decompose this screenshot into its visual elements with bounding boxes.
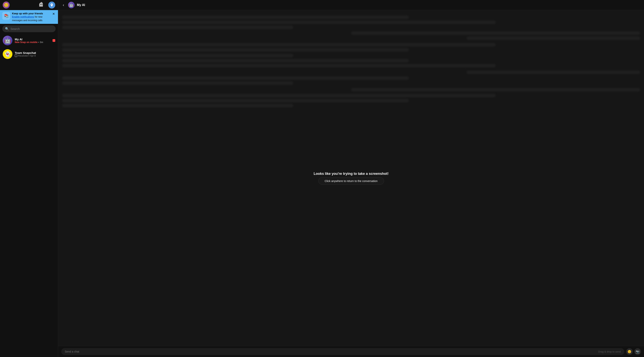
- notification-title: Keep up with your friends: [12, 12, 50, 15]
- blurred-row-17: [62, 104, 293, 107]
- blurred-row-8: [62, 54, 293, 57]
- drag-drop-label: Drag & drop to send: [598, 350, 621, 353]
- blurred-row-16: [62, 99, 409, 102]
- chat-info-my-ai: My AI New Snap on mobile 3m: [15, 38, 50, 44]
- chat-item-team-snapchat[interactable]: Team Snapchat Received Apr 9: [0, 47, 58, 61]
- blurred-row-2: [62, 20, 496, 24]
- blurred-messages-5: [62, 70, 640, 74]
- blurred-row-3: [62, 26, 293, 29]
- blurred-messages-8: [62, 94, 640, 107]
- chat-time-my-ai: 3m: [40, 41, 43, 44]
- chat-separator-dot: [38, 42, 39, 43]
- blurred-messages-top: [62, 16, 640, 29]
- notification-icon: 📚: [2, 12, 10, 20]
- chat-input[interactable]: [65, 350, 598, 353]
- chat-sub-team-snapchat: Received Apr 9: [15, 54, 55, 57]
- ghost-icon: [38, 2, 44, 8]
- main-chat-area: ‹ My AI: [58, 0, 644, 357]
- my-ai-avatar: [3, 36, 12, 45]
- screenshot-overlay: Looks like you're trying to take a scree…: [314, 172, 388, 184]
- blurred-row-4: [351, 32, 640, 35]
- screenshot-title: Looks like you're trying to take a scree…: [314, 172, 388, 176]
- chat-sub-my-ai: New Snap on mobile 3m: [15, 41, 50, 44]
- notification-banner: 📚 Keep up with your friends Enable notif…: [0, 10, 58, 24]
- maps-button[interactable]: [48, 2, 55, 8]
- notification-text: Keep up with your friends Enable notific…: [12, 12, 50, 22]
- blurred-row-6: [62, 43, 496, 46]
- blurred-messages-7: [62, 88, 640, 92]
- chat-separator-dot-2: [28, 56, 29, 56]
- search-icon: 🔍: [5, 27, 9, 30]
- blurred-messages-4: [62, 54, 640, 68]
- chat-input-wrap: Drag & drop to send: [61, 348, 624, 355]
- new-snap-label: New Snap on mobile: [15, 41, 38, 44]
- team-snapchat-avatar: [3, 49, 12, 59]
- blurred-row-11: [466, 70, 640, 74]
- chat-header: ‹ My AI: [58, 0, 644, 10]
- blurred-row-7: [62, 48, 409, 52]
- blurred-messages-2: [62, 32, 640, 40]
- blurred-row-1: [62, 16, 409, 19]
- blurred-row-5: [466, 36, 640, 40]
- chat-name-team-snapchat: Team Snapchat: [15, 51, 55, 54]
- header-chat-name: My AI: [77, 3, 85, 7]
- chat-list: My AI New Snap on mobile 3m Team Snapcha…: [0, 34, 58, 357]
- blurred-messages-3: [62, 43, 640, 52]
- sidebar: 📚 Keep up with your friends Enable notif…: [0, 0, 58, 357]
- chat-item-my-ai[interactable]: My AI New Snap on mobile 3m: [0, 34, 58, 47]
- blurred-row-9: [62, 59, 409, 62]
- search-section: 🔍: [0, 24, 58, 34]
- sidebar-top-bar: [0, 0, 58, 10]
- profile-avatar[interactable]: [3, 2, 10, 8]
- return-to-conversation-button[interactable]: Click anywhere to return to the conversa…: [318, 177, 384, 184]
- chat-time-team-snapchat: Apr 9: [30, 54, 36, 57]
- blurred-row-12: [62, 76, 409, 80]
- input-action-buttons: 😊 📷: [626, 348, 641, 355]
- enable-notifications-link[interactable]: Enable notifications: [12, 16, 34, 18]
- search-input[interactable]: [10, 27, 53, 30]
- header-ai-avatar: [68, 2, 75, 8]
- chat-messages[interactable]: Looks like you're trying to take a scree…: [58, 10, 644, 346]
- blurred-row-10: [62, 64, 496, 68]
- chat-name-my-ai: My AI: [15, 38, 50, 41]
- blurred-messages-6: [62, 76, 640, 85]
- emoji-button[interactable]: 😊: [626, 348, 633, 355]
- chat-input-area: Drag & drop to send 😊 📷: [58, 346, 644, 357]
- blurred-row-14: [351, 88, 640, 92]
- search-input-wrapper: 🔍: [2, 26, 56, 32]
- snap-box-icon: [15, 54, 17, 57]
- notification-close-button[interactable]: ✕: [52, 12, 56, 16]
- chat-info-team-snapchat: Team Snapchat Received Apr 9: [15, 51, 55, 57]
- blurred-row-15: [62, 94, 496, 97]
- unread-indicator: [52, 39, 55, 42]
- back-button[interactable]: ‹: [61, 2, 66, 8]
- blurred-row-13: [62, 82, 293, 85]
- top-bar-icons: [38, 2, 55, 8]
- camera-button[interactable]: 📷: [634, 348, 641, 355]
- received-label: Received: [18, 54, 28, 57]
